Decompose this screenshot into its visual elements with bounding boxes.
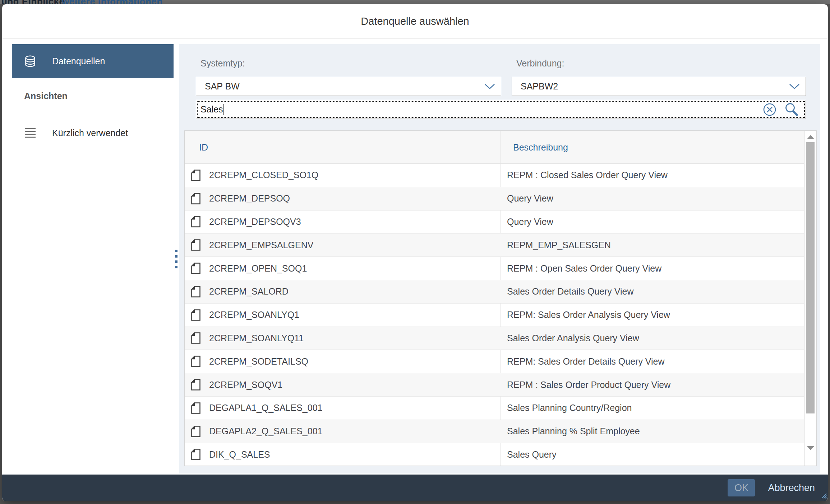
column-header-description[interactable]: Beschreibung xyxy=(513,131,568,164)
row-id: 2CREPM_SALORD xyxy=(209,286,289,297)
row-id: 2CREPM_SOQV1 xyxy=(209,380,282,390)
table-row[interactable]: DEGAPLA1_Q_SALES_001Sales Planning Count… xyxy=(185,397,804,420)
document-icon xyxy=(191,239,200,251)
dialog-footer: OK Abbrechen xyxy=(2,475,828,501)
row-description: REPM: Sales Order Details Query View xyxy=(507,356,665,367)
datasource-panel: Systemtyp: Verbindung: SAP BW SAPBW2 Sal… xyxy=(179,44,820,473)
list-icon xyxy=(24,128,36,138)
row-description: REPM_EMP_SALESGEN xyxy=(507,240,611,250)
row-id: 2CREPM_SOANLYQ11 xyxy=(209,333,304,343)
document-icon xyxy=(191,356,200,367)
row-description: Query View xyxy=(507,217,553,227)
table-row[interactable]: 2CREPM_SALORDSales Order Details Query V… xyxy=(185,280,804,304)
scrollbar-thumb[interactable] xyxy=(806,142,815,413)
table-row[interactable]: 2CREPM_DEPSOQV3Query View xyxy=(185,211,804,234)
table-scrollbar[interactable] xyxy=(804,131,816,466)
document-icon xyxy=(191,216,200,227)
table-row[interactable]: 2CREPM_OPEN_SOQ1REPM : Open Sales Order … xyxy=(185,257,804,280)
table-row[interactable]: DEGAPLA2_Q_SALES_001Sales Planning % Spl… xyxy=(185,420,804,443)
dialog-titlebar: Datenquelle auswählen xyxy=(2,4,828,39)
document-icon xyxy=(191,402,200,414)
row-description: Query View xyxy=(507,193,553,204)
system-type-value: SAP BW xyxy=(205,81,240,92)
table-row[interactable]: 2CREPM_EMPSALGENVREPM_EMP_SALESGEN xyxy=(185,233,804,257)
connection-select[interactable]: SAPBW2 xyxy=(512,77,806,96)
resize-grip-icon[interactable] xyxy=(820,491,827,500)
dialog-title: Datenquelle auswählen xyxy=(2,4,828,38)
row-id: 2CREPM_DEPSOQV3 xyxy=(209,217,301,227)
column-header-id[interactable]: ID xyxy=(199,131,208,164)
connection-label: Verbindung: xyxy=(516,58,564,69)
chevron-down-icon xyxy=(484,83,495,89)
document-icon xyxy=(191,449,200,460)
document-icon xyxy=(191,426,200,437)
system-type-label: Systemtyp: xyxy=(200,58,245,69)
scroll-down-arrow[interactable] xyxy=(807,446,814,450)
chevron-down-icon xyxy=(789,83,800,89)
row-description: REPM : Open Sales Order Query View xyxy=(507,263,661,274)
table-row[interactable]: 2CREPM_SOQV1REPM : Sales Order Product Q… xyxy=(185,373,804,397)
table-row[interactable]: DIK_Q_SALESSales Query xyxy=(185,443,804,466)
table-row[interactable]: 2CREPM_SOANLYQ11Sales Order Analysis Que… xyxy=(185,327,804,350)
row-description: REPM : Closed Sales Order Query View xyxy=(507,170,668,180)
search-input[interactable]: Sales xyxy=(196,100,806,119)
screen: { "backdrop": { "fragment_left": "und Ei… xyxy=(0,0,830,504)
sidebar-item-recently-used[interactable]: Kürzlich verwendet xyxy=(12,122,174,144)
table-rows: 2CREPM_CLOSED_SO1QREPM : Closed Sales Or… xyxy=(185,164,804,466)
row-id: 2CREPM_SOANLYQ1 xyxy=(209,310,299,320)
search-icon[interactable] xyxy=(785,103,798,116)
row-description: Sales Planning Country/Region xyxy=(507,403,632,413)
table-row[interactable]: 2CREPM_CLOSED_SO1QREPM : Closed Sales Or… xyxy=(185,164,804,187)
row-id: DEGAPLA1_Q_SALES_001 xyxy=(209,403,322,413)
document-icon xyxy=(191,332,200,344)
document-icon xyxy=(191,263,200,274)
database-icon xyxy=(24,55,36,68)
table-header: ID Beschreibung xyxy=(185,131,804,164)
table-row[interactable]: 2CREPM_SOANLYQ1REPM: Sales Order Analysi… xyxy=(185,304,804,327)
document-icon xyxy=(191,193,200,204)
search-text: Sales xyxy=(200,104,223,115)
background-link-fragment: weitere Informationen xyxy=(62,0,163,4)
background-text-fragment: und Einblicke xyxy=(1,0,65,4)
document-icon xyxy=(191,379,200,390)
document-icon xyxy=(191,286,200,297)
table-row[interactable]: 2CREPM_DEPSOQQuery View xyxy=(185,187,804,211)
document-icon xyxy=(191,170,200,181)
row-id: 2CREPM_EMPSALGENV xyxy=(209,240,313,250)
clear-search-button[interactable] xyxy=(762,102,777,117)
datasource-table: ID Beschreibung 2CREPM_CLOSED_SO1QREPM :… xyxy=(184,130,817,466)
table-row[interactable]: 2CREPM_SODETAILSQREPM: Sales Order Detai… xyxy=(185,350,804,373)
document-icon xyxy=(191,309,200,321)
scroll-up-arrow[interactable] xyxy=(807,135,814,139)
sidebar-item-label: Datenquellen xyxy=(52,56,105,66)
row-description: Sales Order Details Query View xyxy=(507,286,633,297)
sidebar-item-label: Kürzlich verwendet xyxy=(52,128,128,138)
row-description: REPM: Sales Order Analysis Query View xyxy=(507,310,670,320)
row-description: REPM : Sales Order Product Query View xyxy=(507,380,670,390)
connection-value: SAPBW2 xyxy=(521,81,558,92)
text-caret xyxy=(223,104,224,115)
row-id: 2CREPM_DEPSOQ xyxy=(209,193,290,204)
ok-button[interactable]: OK xyxy=(728,479,755,496)
splitter-grip[interactable] xyxy=(174,250,178,272)
row-id: 2CREPM_SODETAILSQ xyxy=(209,356,308,367)
sidebar-group-ansichten: Ansichten xyxy=(24,90,68,102)
background-page-strip: und Einblicke weitere Informationen xyxy=(0,0,830,4)
row-id: 2CREPM_OPEN_SOQ1 xyxy=(209,263,307,274)
cancel-button[interactable]: Abbrechen xyxy=(768,482,815,494)
row-id: DEGAPLA2_Q_SALES_001 xyxy=(209,426,322,436)
system-type-select[interactable]: SAP BW xyxy=(196,77,501,96)
select-datasource-dialog: Datenquelle auswählen Datenquellen Ansic… xyxy=(2,4,828,501)
row-description: Sales Planning % Split Employee xyxy=(507,426,640,436)
row-description: Sales Query xyxy=(507,449,557,460)
row-id: DIK_Q_SALES xyxy=(209,449,270,460)
sidebar-item-datasources[interactable]: Datenquellen xyxy=(12,44,174,78)
row-id: 2CREPM_CLOSED_SO1Q xyxy=(209,170,318,180)
row-description: Sales Order Analysis Query View xyxy=(507,333,639,343)
